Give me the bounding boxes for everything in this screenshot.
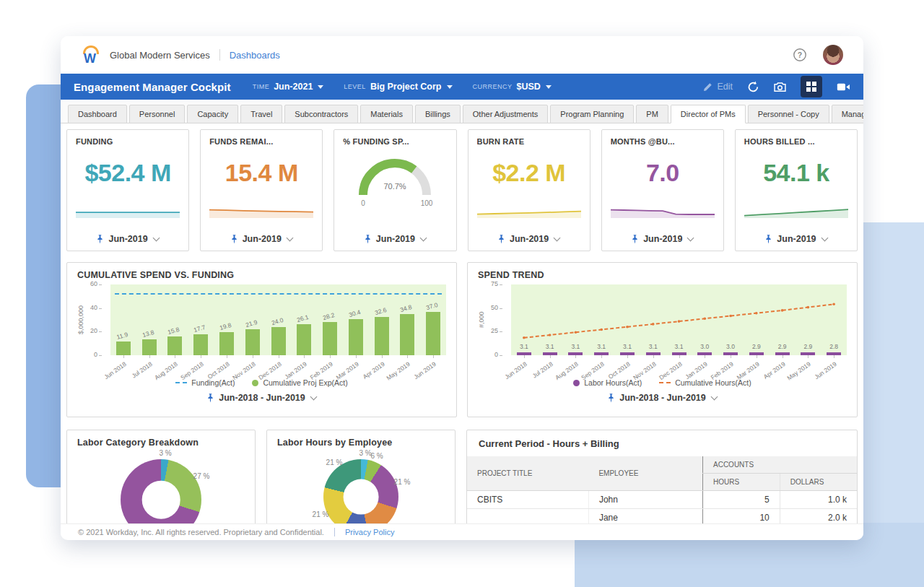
breadcrumb-dashboards[interactable]: Dashboards	[230, 50, 280, 61]
bar-value-label: 3.1	[597, 343, 606, 350]
bar-value-label: 3.1	[649, 343, 658, 350]
tab-program-planning[interactable]: Program Planning	[550, 105, 634, 123]
sparkline	[611, 200, 715, 219]
bar	[271, 327, 286, 355]
bar-value-label: 3.1	[675, 343, 684, 350]
period-selector[interactable]: Jun-2019	[736, 234, 857, 244]
top-bar: W Global Modern Services Dashboards ?	[61, 36, 863, 74]
tab-subcontractors[interactable]: Subcontractors	[284, 105, 358, 123]
bar-value-label: 2.8	[829, 343, 838, 350]
time-selector[interactable]: TIME Jun-2021	[253, 82, 324, 92]
edit-button[interactable]: Edit	[703, 82, 733, 92]
period-label: Jun-2019	[510, 234, 549, 244]
x-axis-label: Jul 2018	[130, 360, 153, 380]
x-axis-label: Mar 2019	[735, 360, 760, 381]
bar	[349, 319, 363, 355]
tab-billings[interactable]: Billings	[415, 105, 461, 123]
chart-title: Labor Category Breakdown	[77, 438, 245, 448]
bar-value-label: 11.9	[116, 331, 128, 341]
grid-icon	[806, 82, 816, 92]
pin-icon	[765, 235, 772, 244]
kpi-title: FUNDING	[76, 137, 180, 146]
tab-director-of-pms[interactable]: Director of PMs	[671, 105, 746, 123]
period-selector[interactable]: Jun-2018 - Jun-2019	[478, 393, 847, 403]
charts-row: CUMULATIVE SPEND VS. FUNDING $,000,00002…	[66, 262, 858, 417]
company-name: Global Modern Services	[110, 50, 210, 61]
chart-title: Labor Hours by Employee	[277, 438, 445, 448]
chart-title: SPEND TREND	[478, 270, 847, 280]
x-axis-label: Feb 2019	[710, 360, 735, 381]
x-axis-label: Jul 2018	[531, 360, 554, 380]
refresh-icon	[747, 81, 759, 93]
workday-logo[interactable]: W	[81, 45, 100, 64]
col-header-hours: HOURS	[702, 474, 780, 491]
page-title: Engagement Manager Cockpit	[74, 81, 231, 93]
x-axis-label: Aug 2018	[554, 360, 580, 381]
legend-symbol	[175, 382, 187, 383]
app-window: W Global Modern Services Dashboards ? En…	[61, 36, 863, 540]
camera-button[interactable]	[774, 82, 786, 92]
tab-materials[interactable]: Materials	[360, 105, 413, 123]
privacy-policy-link[interactable]: Privacy Policy	[345, 528, 394, 536]
cell-hours: 5	[702, 491, 780, 509]
donut-hole	[344, 479, 379, 515]
y-axis-tick: 40	[90, 304, 97, 311]
period-selector[interactable]: Jun-2019	[67, 234, 188, 244]
x-axis-label: Dec 2018	[658, 360, 684, 381]
donut-label: 27 %	[193, 472, 210, 480]
period-selector[interactable]: Jun-2019	[468, 234, 590, 244]
funding-line	[115, 293, 442, 295]
x-axis-label: Nov 2018	[231, 360, 257, 381]
x-axis-label: Apr 2019	[762, 360, 786, 381]
cell-employee: John	[588, 491, 702, 509]
donut-label: 21 %	[313, 510, 329, 518]
logo-w-icon: W	[84, 51, 96, 66]
level-selector[interactable]: LEVEL Big Project Corp	[344, 82, 452, 92]
pin-icon	[231, 235, 237, 244]
x-axis-label: Jun 2019	[412, 360, 437, 381]
donut-label: 21 %	[326, 458, 343, 466]
tab-other-adjustments[interactable]: Other Adjustments	[463, 105, 549, 123]
chevron-down-icon	[687, 234, 694, 241]
chevron-down-icon	[152, 234, 160, 241]
tab-dashboard[interactable]: Dashboard	[68, 105, 127, 123]
x-axis-label: Sep 2018	[580, 360, 606, 381]
kpi-title: HOURS BILLED ...	[744, 137, 848, 146]
help-button[interactable]: ?	[793, 48, 807, 62]
svg-text:100: 100	[421, 199, 433, 207]
col-header-project-title: PROJECT TITLE	[467, 456, 588, 491]
legend-symbol	[659, 382, 671, 383]
pin-icon	[207, 393, 214, 403]
legend-item: Cumulative Hours(Act)	[659, 378, 751, 387]
x-axis-label: Oct 2018	[607, 360, 632, 381]
kpi-value: $52.4 M	[76, 159, 180, 187]
camera-icon	[774, 82, 786, 92]
copyright-text: © 2021 Workday, Inc. All rights reserved…	[78, 528, 324, 536]
svg-text:?: ?	[798, 51, 802, 59]
period-selector[interactable]: Jun-2019	[334, 234, 456, 244]
tab-personnel[interactable]: Personnel	[129, 105, 186, 123]
user-avatar[interactable]	[823, 45, 843, 65]
grid-view-button[interactable]	[801, 76, 822, 97]
tab-personnel-copy[interactable]: Personnel - Copy	[748, 105, 829, 123]
video-camera-button[interactable]	[837, 82, 850, 92]
x-axis-label: Feb 2019	[309, 360, 334, 381]
period-selector[interactable]: Jun-2019	[201, 234, 322, 244]
tab-capacity[interactable]: Capacity	[187, 105, 238, 123]
tab-manager-dashboard[interactable]: Manager Dashboard	[832, 105, 863, 123]
period-selector[interactable]: Jun-2019	[602, 234, 723, 244]
period-label: Jun-2019	[643, 234, 682, 244]
bar-value-label: 3.1	[623, 343, 632, 350]
tab-travel[interactable]: Travel	[240, 105, 282, 123]
bar-value-label: 17.7	[193, 323, 206, 334]
refresh-button[interactable]	[747, 81, 759, 93]
currency-selector[interactable]: CURRENCY $USD	[473, 82, 552, 92]
chevron-down-icon	[710, 393, 718, 400]
kpi-value: 15.4 M	[209, 159, 313, 187]
period-selector[interactable]: Jun-2018 - Jun-2019	[77, 393, 446, 403]
kpi-card-funding: FUNDING$52.4 MJun-2019	[66, 129, 189, 251]
bar-value-label: 37.0	[425, 301, 439, 311]
donut-label: 3 %	[159, 449, 171, 457]
chart-title: CUMULATIVE SPEND VS. FUNDING	[77, 270, 446, 280]
tab-pm[interactable]: PM	[636, 105, 668, 123]
